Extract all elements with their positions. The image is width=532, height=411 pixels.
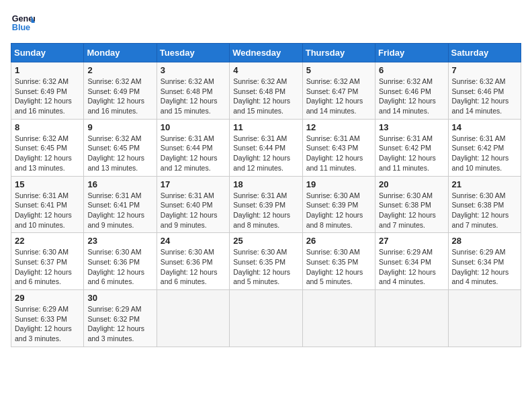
calendar-cell <box>302 290 375 347</box>
day-info: Sunrise: 6:29 AMSunset: 6:33 PMDaylight:… <box>15 304 80 344</box>
day-number: 3 <box>161 65 226 75</box>
day-info: Sunrise: 6:31 AMSunset: 6:44 PMDaylight:… <box>161 134 226 173</box>
day-number: 19 <box>306 179 371 189</box>
day-info: Sunrise: 6:30 AMSunset: 6:35 PMDaylight:… <box>306 247 371 287</box>
calendar-cell: 7Sunrise: 6:32 AMSunset: 6:46 PMDaylight… <box>448 62 521 120</box>
day-number: 17 <box>161 179 226 189</box>
svg-text:Blue: Blue <box>12 23 30 32</box>
calendar-cell: 21Sunrise: 6:30 AMSunset: 6:38 PMDayligh… <box>448 176 521 233</box>
header: General Blue <box>11 11 521 35</box>
calendar-cell: 26Sunrise: 6:30 AMSunset: 6:35 PMDayligh… <box>302 233 375 290</box>
calendar-cell: 4Sunrise: 6:32 AMSunset: 6:48 PMDaylight… <box>230 62 302 120</box>
day-number: 12 <box>306 122 371 132</box>
day-number: 26 <box>306 236 371 246</box>
weekday-header: Wednesday <box>230 44 302 62</box>
day-number: 21 <box>452 179 517 189</box>
day-info: Sunrise: 6:32 AMSunset: 6:45 PMDaylight:… <box>87 134 152 173</box>
calendar-cell: 25Sunrise: 6:30 AMSunset: 6:35 PMDayligh… <box>230 233 302 290</box>
weekday-header-row: SundayMondayTuesdayWednesdayThursdayFrid… <box>11 44 521 62</box>
calendar-cell: 22Sunrise: 6:30 AMSunset: 6:37 PMDayligh… <box>11 233 84 290</box>
day-number: 6 <box>379 65 444 75</box>
day-number: 15 <box>15 179 80 189</box>
calendar-cell: 20Sunrise: 6:30 AMSunset: 6:38 PMDayligh… <box>375 176 448 233</box>
day-info: Sunrise: 6:31 AMSunset: 6:41 PMDaylight:… <box>15 191 80 230</box>
calendar-cell: 18Sunrise: 6:31 AMSunset: 6:39 PMDayligh… <box>230 176 302 233</box>
calendar-week-row: 22Sunrise: 6:30 AMSunset: 6:37 PMDayligh… <box>11 233 521 290</box>
day-number: 20 <box>379 179 444 189</box>
day-info: Sunrise: 6:31 AMSunset: 6:42 PMDaylight:… <box>379 134 444 173</box>
day-info: Sunrise: 6:30 AMSunset: 6:36 PMDaylight:… <box>87 247 152 287</box>
calendar-cell: 2Sunrise: 6:32 AMSunset: 6:49 PMDaylight… <box>84 62 157 120</box>
calendar-cell: 29Sunrise: 6:29 AMSunset: 6:33 PMDayligh… <box>11 290 84 347</box>
calendar-cell: 10Sunrise: 6:31 AMSunset: 6:44 PMDayligh… <box>157 119 229 176</box>
day-info: Sunrise: 6:29 AMSunset: 6:34 PMDaylight:… <box>379 247 444 287</box>
calendar-week-row: 29Sunrise: 6:29 AMSunset: 6:33 PMDayligh… <box>11 290 521 347</box>
calendar-cell: 28Sunrise: 6:29 AMSunset: 6:34 PMDayligh… <box>448 233 521 290</box>
day-number: 24 <box>161 236 226 246</box>
calendar-cell <box>375 290 448 347</box>
day-info: Sunrise: 6:30 AMSunset: 6:38 PMDaylight:… <box>379 191 444 230</box>
day-number: 7 <box>452 65 517 75</box>
calendar-cell: 12Sunrise: 6:31 AMSunset: 6:43 PMDayligh… <box>302 119 375 176</box>
day-number: 14 <box>452 122 517 132</box>
day-info: Sunrise: 6:31 AMSunset: 6:43 PMDaylight:… <box>306 134 371 173</box>
calendar-cell <box>157 290 229 347</box>
calendar-cell: 1Sunrise: 6:32 AMSunset: 6:49 PMDaylight… <box>11 62 84 120</box>
weekday-header: Friday <box>375 44 448 62</box>
day-info: Sunrise: 6:32 AMSunset: 6:47 PMDaylight:… <box>306 77 371 116</box>
logo: General Blue <box>11 11 35 35</box>
calendar-cell: 27Sunrise: 6:29 AMSunset: 6:34 PMDayligh… <box>375 233 448 290</box>
calendar-cell <box>448 290 521 347</box>
day-number: 28 <box>452 236 517 246</box>
weekday-header: Tuesday <box>157 44 229 62</box>
day-number: 23 <box>87 236 152 246</box>
calendar-cell: 30Sunrise: 6:29 AMSunset: 6:32 PMDayligh… <box>84 290 157 347</box>
calendar-cell: 14Sunrise: 6:31 AMSunset: 6:42 PMDayligh… <box>448 119 521 176</box>
day-number: 22 <box>15 236 80 246</box>
day-info: Sunrise: 6:31 AMSunset: 6:41 PMDaylight:… <box>87 191 152 230</box>
calendar-cell <box>230 290 302 347</box>
calendar-cell: 24Sunrise: 6:30 AMSunset: 6:36 PMDayligh… <box>157 233 229 290</box>
day-number: 5 <box>306 65 371 75</box>
calendar-cell: 9Sunrise: 6:32 AMSunset: 6:45 PMDaylight… <box>84 119 157 176</box>
calendar-header: SundayMondayTuesdayWednesdayThursdayFrid… <box>11 44 521 62</box>
day-info: Sunrise: 6:30 AMSunset: 6:36 PMDaylight:… <box>161 247 226 287</box>
day-info: Sunrise: 6:32 AMSunset: 6:49 PMDaylight:… <box>87 77 152 116</box>
day-info: Sunrise: 6:30 AMSunset: 6:37 PMDaylight:… <box>15 247 80 287</box>
calendar-cell: 15Sunrise: 6:31 AMSunset: 6:41 PMDayligh… <box>11 176 84 233</box>
calendar-cell: 13Sunrise: 6:31 AMSunset: 6:42 PMDayligh… <box>375 119 448 176</box>
weekday-header: Thursday <box>302 44 375 62</box>
day-number: 8 <box>15 122 80 132</box>
calendar-week-row: 15Sunrise: 6:31 AMSunset: 6:41 PMDayligh… <box>11 176 521 233</box>
day-info: Sunrise: 6:32 AMSunset: 6:49 PMDaylight:… <box>15 77 80 116</box>
day-info: Sunrise: 6:29 AMSunset: 6:34 PMDaylight:… <box>452 247 517 287</box>
day-info: Sunrise: 6:32 AMSunset: 6:48 PMDaylight:… <box>233 77 298 116</box>
calendar-table: SundayMondayTuesdayWednesdayThursdayFrid… <box>11 43 521 347</box>
day-number: 1 <box>15 65 80 75</box>
day-number: 27 <box>379 236 444 246</box>
calendar-cell: 11Sunrise: 6:31 AMSunset: 6:44 PMDayligh… <box>230 119 302 176</box>
calendar-cell: 23Sunrise: 6:30 AMSunset: 6:36 PMDayligh… <box>84 233 157 290</box>
calendar-cell: 16Sunrise: 6:31 AMSunset: 6:41 PMDayligh… <box>84 176 157 233</box>
day-number: 18 <box>233 179 298 189</box>
calendar-cell: 6Sunrise: 6:32 AMSunset: 6:46 PMDaylight… <box>375 62 448 120</box>
day-info: Sunrise: 6:31 AMSunset: 6:44 PMDaylight:… <box>233 134 298 173</box>
calendar-cell: 5Sunrise: 6:32 AMSunset: 6:47 PMDaylight… <box>302 62 375 120</box>
day-info: Sunrise: 6:32 AMSunset: 6:46 PMDaylight:… <box>379 77 444 116</box>
weekday-header: Monday <box>84 44 157 62</box>
calendar-cell: 19Sunrise: 6:30 AMSunset: 6:39 PMDayligh… <box>302 176 375 233</box>
day-info: Sunrise: 6:32 AMSunset: 6:45 PMDaylight:… <box>15 134 80 173</box>
day-number: 2 <box>87 65 152 75</box>
day-number: 9 <box>87 122 152 132</box>
day-number: 29 <box>15 293 80 303</box>
day-info: Sunrise: 6:29 AMSunset: 6:32 PMDaylight:… <box>87 304 152 344</box>
day-number: 30 <box>87 293 152 303</box>
day-number: 10 <box>161 122 226 132</box>
logo-icon: General Blue <box>11 11 35 35</box>
weekday-header: Sunday <box>11 44 84 62</box>
day-info: Sunrise: 6:30 AMSunset: 6:39 PMDaylight:… <box>306 191 371 230</box>
calendar-week-row: 8Sunrise: 6:32 AMSunset: 6:45 PMDaylight… <box>11 119 521 176</box>
day-number: 13 <box>379 122 444 132</box>
day-info: Sunrise: 6:30 AMSunset: 6:38 PMDaylight:… <box>452 191 517 230</box>
calendar-cell: 8Sunrise: 6:32 AMSunset: 6:45 PMDaylight… <box>11 119 84 176</box>
